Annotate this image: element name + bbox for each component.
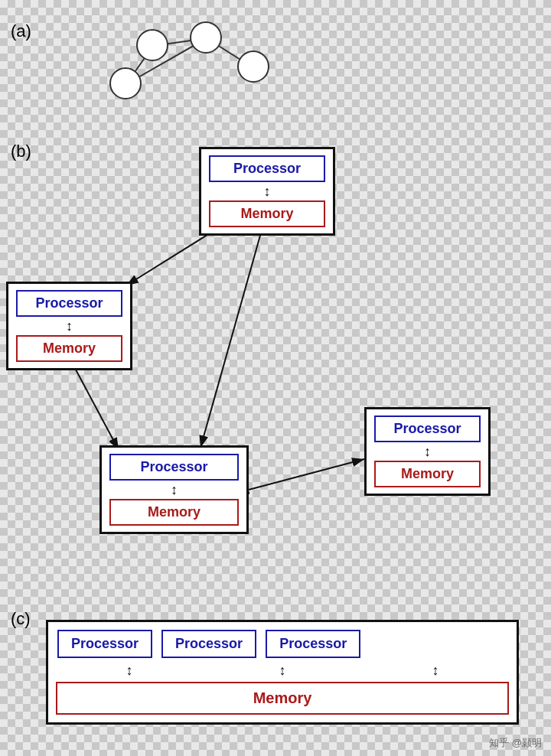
page: (a) (b) Processor ↕ Memory Processor ↕ M… <box>0 0 551 756</box>
label-a: (a) <box>11 21 31 41</box>
processor-label-top: Processor <box>209 155 325 182</box>
arrow-left: ↕ <box>66 317 73 335</box>
arrow-top: ↕ <box>264 182 271 200</box>
node-3 <box>109 67 142 99</box>
node-4 <box>237 51 269 83</box>
shared-memory-box: Processor Processor Processor ↕ ↕ ↕ Memo… <box>46 620 519 725</box>
memory-label-top: Memory <box>209 200 325 227</box>
memory-label-left: Memory <box>16 335 122 362</box>
proc-c-1: Processor <box>57 630 152 658</box>
arrow-right: ↕ <box>424 442 431 461</box>
memory-label-bc: Memory <box>109 499 239 526</box>
proc-c-3: Processor <box>266 630 360 658</box>
shared-memory-label: Memory <box>56 682 509 715</box>
node-2 <box>190 21 222 54</box>
processor-label-bc: Processor <box>109 454 239 481</box>
label-b: (b) <box>11 142 31 161</box>
label-c: (c) <box>11 609 31 629</box>
arrow-bc: ↕ <box>171 481 178 499</box>
proc-c-2: Processor <box>161 630 256 658</box>
watermark: 知乎 @颢明 <box>489 736 542 750</box>
processor-label-left: Processor <box>16 290 122 317</box>
arrows-row-c: ↕ ↕ ↕ <box>48 663 517 679</box>
svg-line-7 <box>201 222 264 448</box>
arrow-c-1: ↕ <box>99 663 160 679</box>
processor-row: Processor Processor Processor <box>48 622 517 663</box>
svg-line-9 <box>249 459 364 490</box>
svg-line-8 <box>70 360 119 450</box>
arrow-c-2: ↕ <box>252 663 313 679</box>
arrow-c-3: ↕ <box>405 663 466 679</box>
memory-label-right: Memory <box>374 461 481 487</box>
node-1 <box>136 29 168 61</box>
pm-box-right: Processor ↕ Memory <box>364 407 491 496</box>
processor-label-right: Processor <box>374 415 481 442</box>
pm-box-bottom-center: Processor ↕ Memory <box>99 445 249 534</box>
pm-box-left: Processor ↕ Memory <box>6 282 132 370</box>
pm-box-top: Processor ↕ Memory <box>199 147 335 236</box>
